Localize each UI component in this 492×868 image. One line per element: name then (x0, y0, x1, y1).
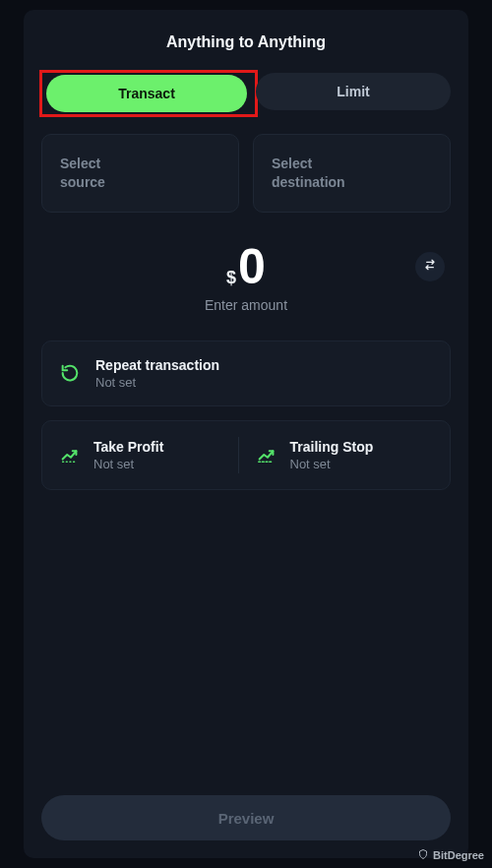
repeat-icon (58, 361, 82, 385)
repeat-title: Repeat transaction (95, 357, 219, 373)
profit-stop-card: Take Profit Not set Trailing Stop Not se… (41, 420, 451, 490)
asset-select-row: Select source Select destination (41, 134, 451, 213)
amount-block: $ 0 Enter amount (41, 242, 451, 313)
repeat-transaction-card[interactable]: Repeat transaction Not set (41, 341, 451, 406)
amount-value: 0 (238, 242, 266, 291)
swap-button[interactable] (415, 252, 445, 281)
mode-tabs: Transact Limit (41, 73, 451, 110)
amount-placeholder: Enter amount (41, 297, 451, 313)
highlight-transact-tab: Transact (39, 70, 258, 117)
swap-icon (422, 257, 438, 277)
select-destination-button[interactable]: Select destination (253, 134, 451, 213)
watermark-text: BitDegree (433, 849, 484, 861)
select-destination-label: Select destination (272, 155, 432, 192)
watermark: BitDegree (417, 848, 484, 862)
trailing-stop-icon (255, 443, 278, 466)
trailing-stop-title: Trailing Stop (290, 439, 374, 455)
page-title: Anything to Anything (41, 33, 451, 51)
trailing-stop-button[interactable]: Trailing Stop Not set (238, 437, 435, 473)
amount-input[interactable]: $ 0 (226, 242, 266, 291)
tab-limit[interactable]: Limit (256, 73, 451, 110)
shield-icon (417, 848, 429, 862)
repeat-status: Not set (95, 375, 219, 390)
take-profit-button[interactable]: Take Profit Not set (58, 437, 238, 473)
take-profit-status: Not set (93, 457, 163, 471)
currency-symbol: $ (226, 268, 236, 288)
select-source-label: Select source (60, 155, 220, 192)
select-source-button[interactable]: Select source (41, 134, 239, 213)
tab-transact[interactable]: Transact (46, 75, 247, 112)
trend-up-icon (58, 443, 82, 466)
take-profit-title: Take Profit (93, 439, 163, 455)
trailing-stop-status: Not set (290, 457, 374, 471)
preview-button[interactable]: Preview (41, 795, 451, 840)
transaction-panel: Anything to Anything Transact Limit Sele… (24, 10, 468, 858)
